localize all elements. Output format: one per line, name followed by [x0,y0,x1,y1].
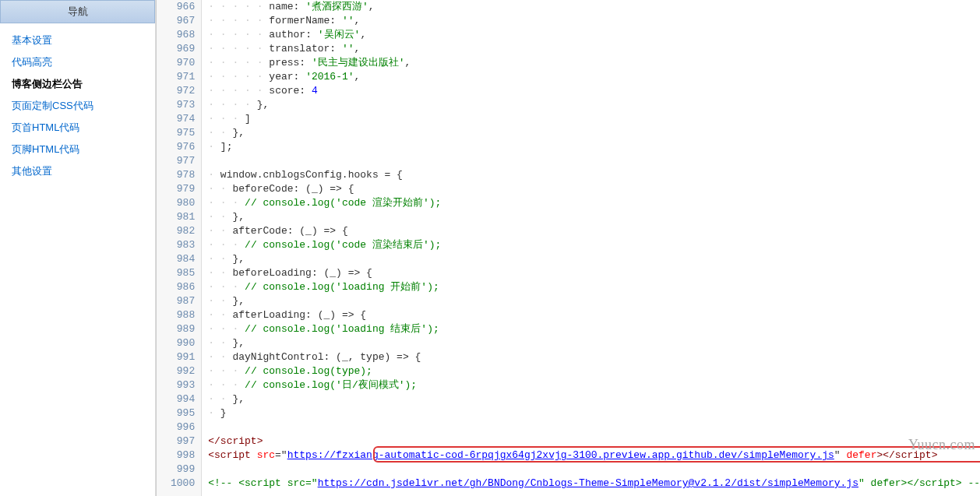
code-line[interactable]: · · · // console.log('code 渲染结束后'); [202,238,980,252]
code-line[interactable]: · · }, [202,252,980,266]
line-number: 989 [157,322,201,336]
code-line[interactable]: <!-- <script src="https://cdn.jsdelivr.n… [202,477,980,491]
line-number: 991 [157,350,201,364]
line-number: 986 [157,280,201,294]
line-number: 994 [157,392,201,406]
line-number: 983 [157,238,201,252]
code-line[interactable]: · · · · · year: '2016-1', [202,70,980,84]
line-number: 998 [157,449,201,463]
code-line[interactable]: · ]; [202,140,980,154]
code-line[interactable] [202,154,980,168]
watermark: Yuucn.com [908,437,975,453]
line-number: 997 [157,434,201,449]
line-number: 981 [157,210,201,224]
sidebar-item-2[interactable]: 博客侧边栏公告 [0,73,155,95]
code-lines[interactable]: · · · · · name: '煮酒探西游',· · · · · former… [202,0,980,496]
code-line[interactable]: · · · · }, [202,98,980,112]
content-area: 9669679689699709719729739749759769779789… [156,0,980,496]
code-line[interactable]: · · beforeCode: (_) => { [202,182,980,196]
line-number: 993 [157,378,201,392]
line-number: 999 [157,463,201,477]
code-line[interactable]: · · beforeLoading: (_) => { [202,266,980,280]
code-line[interactable]: · } [202,406,980,420]
line-number: 984 [157,252,201,266]
code-line[interactable]: · · · · · press: '民主与建设出版社', [202,56,980,70]
line-number: 1000 [157,477,201,491]
code-editor[interactable]: 9669679689699709719729739749759769779789… [156,0,980,496]
code-line[interactable]: · · · · · formerName: '', [202,14,980,28]
line-number: 968 [157,28,201,42]
line-number: 988 [157,308,201,322]
code-line[interactable]: · · · · · name: '煮酒探西游', [202,0,980,14]
code-line[interactable]: · · · // console.log(type); [202,364,980,378]
code-line[interactable]: <script src="https://fzxiang-automatic-c… [202,449,980,463]
sidebar-nav: 基本设置代码高亮博客侧边栏公告页面定制CSS代码页首HTML代码页脚HTML代码… [0,23,155,188]
code-line[interactable]: · · · · · score: 4 [202,84,980,98]
code-line[interactable]: · window.cnblogsConfig.hooks = { [202,168,980,182]
line-number: 992 [157,364,201,378]
code-line[interactable]: · · · · · translator: '', [202,42,980,56]
line-number: 990 [157,336,201,350]
code-line[interactable]: · · }, [202,126,980,140]
line-number: 995 [157,406,201,420]
sidebar-item-4[interactable]: 页首HTML代码 [0,117,155,139]
line-number: 972 [157,84,201,98]
sidebar-item-1[interactable]: 代码高亮 [0,51,155,73]
sidebar-item-5[interactable]: 页脚HTML代码 [0,139,155,160]
line-number: 971 [157,70,201,84]
line-number: 982 [157,224,201,238]
code-line[interactable]: · · · // console.log('loading 开始前'); [202,280,980,294]
line-number: 980 [157,196,201,210]
sidebar-item-0[interactable]: 基本设置 [0,30,155,51]
code-line[interactable] [202,463,980,477]
code-line[interactable]: · · · // console.log('loading 结束后'); [202,322,980,336]
code-line[interactable]: </script> [202,434,980,449]
sidebar-header: 导航 [0,0,155,23]
code-line[interactable]: · · dayNightControl: (_, type) => { [202,350,980,364]
line-number: 987 [157,294,201,308]
sidebar: 导航 基本设置代码高亮博客侧边栏公告页面定制CSS代码页首HTML代码页脚HTM… [0,0,156,496]
code-line[interactable]: · · · // console.log('日/夜间模式'); [202,378,980,392]
code-line[interactable]: · · · // console.log('code 渲染开始前'); [202,196,980,210]
line-number: 977 [157,154,201,168]
code-line[interactable]: · · }, [202,294,980,308]
line-number: 969 [157,42,201,56]
code-line[interactable]: · · · · · author: '吴闲云', [202,28,980,42]
code-line[interactable]: · · afterLoading: (_) => { [202,308,980,322]
line-number: 975 [157,126,201,140]
code-line[interactable]: · · · ] [202,112,980,126]
line-number: 996 [157,420,201,434]
sidebar-item-3[interactable]: 页面定制CSS代码 [0,95,155,117]
line-number: 985 [157,266,201,280]
line-number: 967 [157,14,201,28]
line-number: 966 [157,0,201,14]
code-line[interactable]: · · }, [202,392,980,406]
code-line[interactable]: · · }, [202,210,980,224]
line-number: 974 [157,112,201,126]
line-gutter: 9669679689699709719729739749759769779789… [157,0,202,496]
line-number: 978 [157,168,201,182]
line-number: 976 [157,140,201,154]
line-number: 979 [157,182,201,196]
sidebar-item-6[interactable]: 其他设置 [0,160,155,182]
code-line[interactable]: · · }, [202,336,980,350]
code-line[interactable]: · · afterCode: (_) => { [202,224,980,238]
code-line[interactable] [202,420,980,434]
line-number: 970 [157,56,201,70]
line-number: 973 [157,98,201,112]
